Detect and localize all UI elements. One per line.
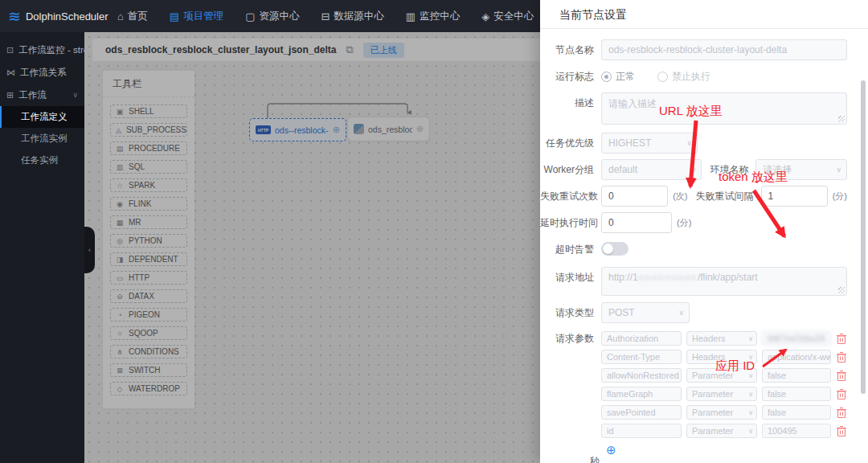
nav-menu: ⌂ 首页 ▤ 项目管理 ▢ 资源中心 ⊟ 数据源中心 ▥ 监控中心 ◈ 安全中心 bbox=[117, 10, 534, 23]
param-row: flameGraph Parameter ∨ false bbox=[601, 387, 847, 401]
request-type-row: 请求类型 POST ∨ bbox=[540, 302, 847, 323]
worker-group-row: Worker分组 default ∨ 环境名称 请选择 ∨ bbox=[540, 159, 847, 180]
chevron-down-icon: ∨ bbox=[748, 391, 753, 398]
nav-item-resources[interactable]: ▢ 资源中心 bbox=[245, 10, 299, 23]
delete-param-icon[interactable] bbox=[836, 425, 847, 437]
param-type-select[interactable]: Parameter ∨ bbox=[686, 387, 757, 401]
brand-name: DolphinScheduler bbox=[26, 10, 108, 23]
nav-item-home[interactable]: ⌂ 首页 bbox=[117, 10, 148, 23]
delete-param-icon[interactable] bbox=[836, 370, 847, 382]
chevron-down-icon: ∨ bbox=[836, 166, 841, 174]
chevron-down-icon: ∨ bbox=[678, 309, 684, 317]
param-key-input[interactable]: Authorization bbox=[601, 331, 682, 346]
param-type-select[interactable]: Headers ∨ bbox=[686, 331, 757, 346]
delete-param-icon[interactable] bbox=[836, 333, 847, 345]
node-settings-drawer: 当前节点设置 节点名称 ods-resblock-resblock-cluste… bbox=[540, 0, 868, 463]
nav-item-datasource[interactable]: ⊟ 数据源中心 bbox=[321, 10, 383, 23]
timeout-alarm-toggle[interactable] bbox=[601, 242, 628, 256]
chevron-down-icon: ∨ bbox=[72, 91, 78, 99]
radio-forbidden[interactable] bbox=[657, 72, 668, 82]
param-value-input[interactable]: 6W7mOXbv29 bbox=[762, 331, 831, 346]
delay-time-input[interactable]: 0 bbox=[601, 212, 672, 233]
priority-select[interactable]: HIGHEST ∨ bbox=[601, 133, 698, 154]
delete-param-icon[interactable] bbox=[836, 351, 847, 363]
annotation-url: URL 放这里 bbox=[659, 104, 723, 119]
param-key-input[interactable]: allowNonRestored bbox=[601, 368, 682, 383]
param-key-input[interactable]: Content-Type bbox=[601, 350, 682, 364]
annotation-app-id: 应用 ID bbox=[715, 359, 755, 374]
drawer-overlay-mask[interactable] bbox=[84, 32, 540, 463]
project-icon: ▤ bbox=[170, 10, 179, 23]
param-key-input[interactable]: flameGraph bbox=[601, 387, 682, 401]
param-row: savePointed Parameter ∨ false bbox=[601, 405, 847, 420]
request-params-row: 请求参数 Authorization Headers ∨ 6W7mOXbv29 bbox=[540, 331, 847, 438]
description-textarea[interactable]: 请输入描述 bbox=[601, 92, 847, 125]
shield-icon: ◈ bbox=[481, 10, 489, 23]
workflow-canvas[interactable]: ods_resblock_resblock_cluster_layout_jso… bbox=[84, 32, 540, 463]
masked-url-segment: ●●●●●●●●● bbox=[638, 272, 698, 283]
chevron-down-icon: ∨ bbox=[686, 139, 692, 147]
sidebar-item-workflow-definition[interactable]: 工作流定义 bbox=[0, 106, 84, 128]
chevron-down-icon: ∨ bbox=[748, 409, 753, 416]
param-key-input[interactable]: id bbox=[601, 424, 682, 438]
param-row: Authorization Headers ∨ 6W7mOXbv29 bbox=[601, 331, 847, 346]
request-url-textarea[interactable]: http://1●●●●●●●●●/flink/app/start bbox=[601, 267, 847, 296]
sidebar-item-workflow-monitor[interactable]: ⊡ 工作流监控 - streamx bbox=[0, 39, 84, 61]
param-row: id Parameter ∨ 100495 bbox=[601, 424, 847, 438]
param-value-input[interactable]: 100495 bbox=[762, 424, 831, 438]
folder-icon: ▢ bbox=[245, 10, 255, 23]
sidebar-collapse-handle[interactable]: ‹ bbox=[84, 227, 95, 273]
chevron-down-icon: ∨ bbox=[691, 166, 697, 174]
retry-times-input[interactable]: 0 bbox=[601, 186, 668, 207]
request-type-select[interactable]: POST ∨ bbox=[601, 302, 690, 323]
delay-row: 延时执行时间 0 (分) bbox=[540, 212, 847, 233]
radio-normal[interactable] bbox=[601, 72, 612, 82]
chevron-down-icon: ∨ bbox=[748, 335, 753, 342]
param-key-input[interactable]: savePointed bbox=[601, 405, 682, 420]
monitor-icon: ▥ bbox=[406, 10, 416, 23]
retry-row: 失败重试次数 0 (次) 失败重试间隔 1 (分) bbox=[540, 186, 847, 207]
param-type-select[interactable]: Parameter ∨ bbox=[686, 424, 757, 438]
sidebar-item-task-instance[interactable]: 任务实例 bbox=[0, 150, 84, 171]
param-value-input[interactable]: false bbox=[762, 405, 831, 420]
workflow-icon: ⊞ bbox=[6, 90, 14, 100]
request-url-row: 请求地址 http://1●●●●●●●●●/flink/app/start bbox=[540, 267, 847, 296]
run-flag-row: 运行标志 正常 禁止执行 bbox=[540, 66, 847, 87]
worker-group-select[interactable]: default ∨ bbox=[601, 159, 702, 180]
sidebar-item-workflow-instance[interactable]: 工作流实例 bbox=[0, 128, 84, 150]
param-value-input[interactable]: false bbox=[762, 368, 831, 383]
dolphinscheduler-logo-icon: ≋ bbox=[8, 9, 21, 24]
wrapped-unit-text: 秒 bbox=[590, 455, 600, 463]
priority-row: 任务优先级 HIGHEST ∨ bbox=[540, 133, 847, 154]
chevron-down-icon: ∨ bbox=[748, 428, 753, 435]
drawer-body: 节点名称 ods-resblock-resblock-cluster-layou… bbox=[540, 29, 868, 463]
home-icon: ⌂ bbox=[117, 10, 124, 23]
left-sidebar: ⊡ 工作流监控 - streamx ⋈ 工作流关系 ⊞ 工作流 ∨ 工作流定义 … bbox=[0, 32, 84, 463]
node-name-row: 节点名称 ods-resblock-resblock-cluster-layou… bbox=[540, 39, 847, 60]
node-name-input[interactable]: ods-resblock-resblock-cluster-layout-del… bbox=[601, 39, 847, 60]
annotation-token: token 放这里 bbox=[719, 170, 788, 185]
nav-item-projects[interactable]: ▤ 项目管理 bbox=[170, 10, 223, 23]
sidebar-item-workflow-relation[interactable]: ⋈ 工作流关系 bbox=[0, 61, 84, 84]
param-value-input[interactable]: application/x-www-form-urlencoded bbox=[762, 350, 831, 364]
param-rows: Authorization Headers ∨ 6W7mOXbv29 bbox=[601, 331, 847, 438]
monitor-icon: ⊡ bbox=[6, 45, 14, 55]
drawer-title: 当前节点设置 bbox=[540, 0, 868, 29]
retry-interval-input[interactable]: 1 bbox=[761, 186, 828, 207]
delete-param-icon[interactable] bbox=[836, 407, 847, 419]
timeout-alarm-row: 超时告警 bbox=[540, 239, 847, 260]
brand: ≋ DolphinScheduler bbox=[0, 9, 103, 24]
drawer-scrollbar[interactable] bbox=[861, 80, 866, 394]
database-icon: ⊟ bbox=[321, 10, 330, 23]
nav-item-monitor[interactable]: ▥ 监控中心 bbox=[406, 10, 460, 23]
param-value-input[interactable]: false bbox=[762, 387, 831, 401]
relation-icon: ⋈ bbox=[6, 68, 15, 78]
sidebar-item-workflow[interactable]: ⊞ 工作流 ∨ bbox=[0, 84, 84, 106]
delete-param-icon[interactable] bbox=[836, 388, 847, 400]
nav-item-security[interactable]: ◈ 安全中心 bbox=[481, 10, 534, 23]
add-param-button[interactable]: ⊕ bbox=[606, 444, 847, 456]
param-type-select[interactable]: Parameter ∨ bbox=[686, 405, 757, 420]
